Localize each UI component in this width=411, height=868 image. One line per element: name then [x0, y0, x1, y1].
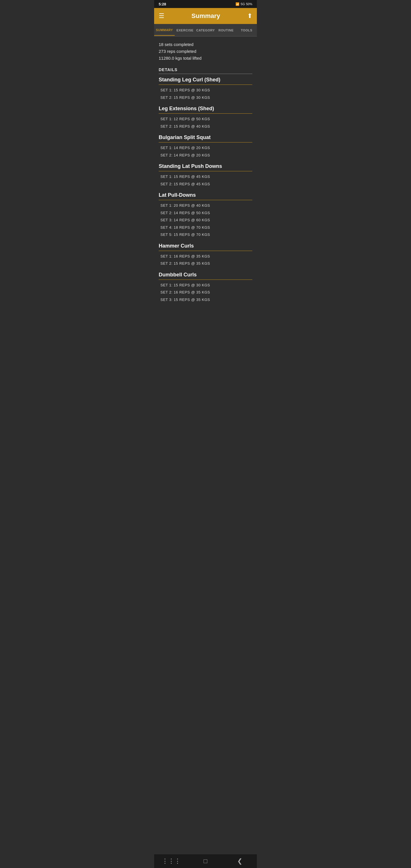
exercise-block: Dumbbell CurlsSET 1: 15 REPS @ 30 KGSSET… — [159, 272, 252, 304]
exercise-name: Bulgarian Split Squat — [159, 134, 252, 143]
app-title: Summary — [191, 12, 220, 20]
app-bar: ☰ Summary ⬆ — [154, 8, 257, 24]
summary-stats: 18 sets completed 273 reps completed 112… — [159, 39, 252, 65]
exercise-block: Standing Leg Curl (Shed)SET 1: 15 REPS @… — [159, 77, 252, 101]
set-row: SET 1: 15 REPS @ 30 KGS — [159, 87, 252, 94]
stat-reps: 273 reps completed — [159, 48, 252, 55]
exercise-block: Hammer CurlsSET 1: 16 REPS @ 35 KGSSET 2… — [159, 243, 252, 267]
menu-icon[interactable]: ☰ — [159, 12, 164, 20]
exercise-block: Bulgarian Split SquatSET 1: 14 REPS @ 20… — [159, 134, 252, 159]
set-row: SET 3: 15 REPS @ 35 KGS — [159, 296, 252, 304]
main-content: 18 sets completed 273 reps completed 112… — [154, 36, 257, 325]
tab-exercise[interactable]: EXERCISE — [175, 25, 195, 35]
share-icon[interactable]: ⬆ — [247, 12, 252, 20]
exercise-name: Leg Extensions (Shed) — [159, 106, 252, 114]
set-row: SET 2: 14 REPS @ 50 KGS — [159, 209, 252, 217]
battery-text: 50% — [246, 2, 252, 6]
set-row: SET 2: 15 REPS @ 35 KGS — [159, 260, 252, 267]
exercise-name: Standing Lat Push Downs — [159, 163, 252, 171]
stat-sets: 18 sets completed — [159, 41, 252, 48]
exercise-block: Leg Extensions (Shed)SET 1: 12 REPS @ 50… — [159, 106, 252, 130]
bluetooth-icon: 📶 — [235, 2, 240, 6]
status-time: 5:28 — [159, 2, 166, 6]
set-row: SET 2: 16 REPS @ 35 KGS — [159, 289, 252, 296]
exercise-name: Hammer Curls — [159, 243, 252, 251]
set-row: SET 1: 15 REPS @ 45 KGS — [159, 173, 252, 181]
exercise-block: Lat Pull-DownsSET 1: 20 REPS @ 40 KGSSET… — [159, 192, 252, 239]
exercises-container: Standing Leg Curl (Shed)SET 1: 15 REPS @… — [159, 77, 252, 303]
set-row: SET 1: 12 REPS @ 50 KGS — [159, 115, 252, 123]
exercise-name: Dumbbell Curls — [159, 272, 252, 280]
set-row: SET 2: 15 REPS @ 30 KGS — [159, 94, 252, 101]
set-row: SET 3: 14 REPS @ 60 KGS — [159, 216, 252, 224]
exercise-name: Standing Leg Curl (Shed) — [159, 77, 252, 85]
set-row: SET 2: 14 REPS @ 20 KGS — [159, 152, 252, 159]
exercise-name: Lat Pull-Downs — [159, 192, 252, 200]
set-row: SET 1: 15 REPS @ 30 KGS — [159, 282, 252, 289]
status-bar: 5:28 📶 5G 50% — [154, 0, 257, 8]
status-icons: 📶 5G 50% — [235, 2, 252, 6]
set-row: SET 5: 15 REPS @ 70 KGS — [159, 231, 252, 239]
set-row: SET 1: 20 REPS @ 40 KGS — [159, 202, 252, 209]
set-row: SET 1: 16 REPS @ 35 KGS — [159, 253, 252, 260]
tab-bar: SUMMARY EXERCISE CATEGORY ROUTINE TOOLS — [154, 24, 257, 36]
details-header: DETAILS — [159, 65, 252, 74]
exercise-block: Standing Lat Push DownsSET 1: 15 REPS @ … — [159, 163, 252, 188]
set-row: SET 4: 18 REPS @ 70 KGS — [159, 224, 252, 231]
tab-tools[interactable]: TOOLS — [236, 25, 257, 35]
stat-weight: 11280.0 kgs total lifted — [159, 55, 252, 62]
set-row: SET 1: 14 REPS @ 20 KGS — [159, 144, 252, 152]
set-row: SET 2: 15 REPS @ 40 KGS — [159, 123, 252, 130]
tab-summary[interactable]: SUMMARY — [154, 25, 175, 36]
tab-category[interactable]: CATEGORY — [195, 25, 216, 35]
tab-routine[interactable]: ROUTINE — [216, 25, 236, 35]
set-row: SET 2: 15 REPS @ 45 KGS — [159, 181, 252, 188]
signal-icon: 5G — [241, 2, 245, 6]
